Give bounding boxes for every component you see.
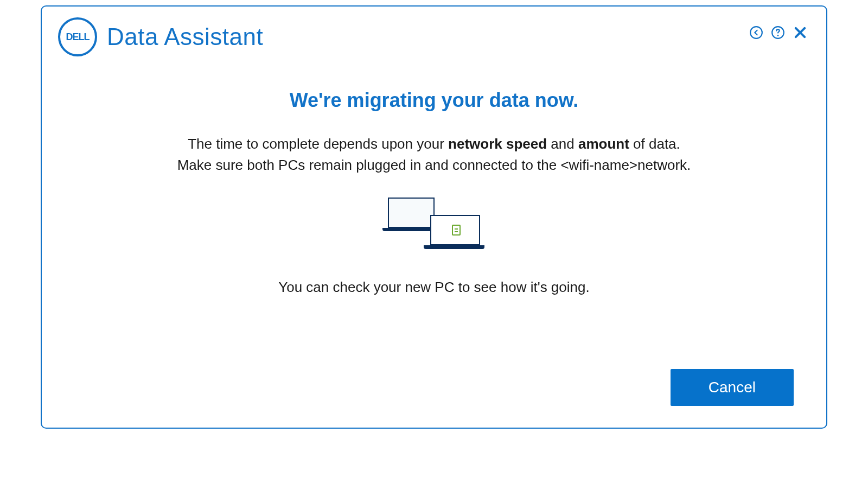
dell-logo-icon: DELL: [58, 17, 97, 56]
app-title: Data Assistant: [107, 23, 263, 50]
back-button[interactable]: [747, 23, 765, 42]
logo-text: DELL: [66, 31, 90, 43]
title-bar: DELL Data Assistant: [42, 7, 826, 67]
laptop-back-icon: [388, 198, 435, 228]
sub-text: You can check your new PC to see how it'…: [278, 279, 589, 296]
body-bold2: amount: [578, 136, 629, 152]
migration-illustration-icon: [388, 198, 480, 257]
body-mid2: of data.: [629, 136, 680, 152]
body-text: The time to complete depends upon your n…: [177, 133, 691, 176]
app-window: DELL Data Assistant: [41, 5, 827, 429]
body-bold1: network speed: [448, 136, 547, 152]
body-pre: The time to complete depends upon your: [188, 136, 448, 152]
cancel-button[interactable]: Cancel: [671, 369, 794, 406]
body-mid1: and: [547, 136, 578, 152]
main-content: We're migrating your data now. The time …: [42, 67, 826, 358]
help-circle-icon: [771, 26, 785, 40]
body-line2b: network.: [637, 157, 691, 173]
file-icon: [452, 225, 461, 236]
help-button[interactable]: [769, 23, 787, 42]
laptop-front-base: [424, 245, 484, 249]
close-button[interactable]: [790, 23, 810, 42]
body-line2a: Make sure both PCs remain plugged in and…: [177, 157, 561, 173]
title-icons: [747, 23, 810, 42]
chevron-left-circle-icon: [749, 26, 763, 40]
close-icon: [793, 25, 808, 40]
laptop-front-icon: [430, 215, 480, 245]
wifi-name-placeholder: <wifi-name>: [560, 157, 637, 173]
footer: Cancel: [42, 358, 826, 428]
svg-point-2: [777, 35, 779, 36]
headline: We're migrating your data now.: [290, 89, 579, 112]
svg-point-0: [750, 27, 762, 39]
